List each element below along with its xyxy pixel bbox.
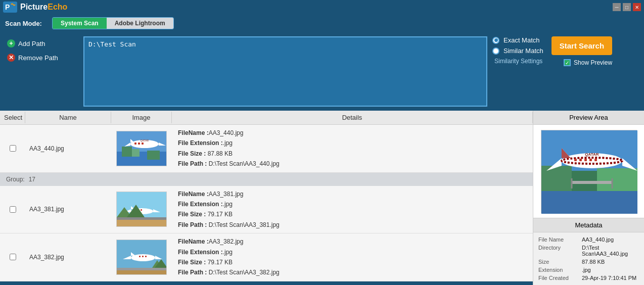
svg-rect-40 <box>541 166 572 191</box>
detail-filename-label: FileName : <box>178 129 209 136</box>
file-details-cell: FileName :AA3_381.jpg File Extension :.j… <box>172 186 533 233</box>
meta-extension-row: Extension .jpg <box>538 267 639 273</box>
file-image-cell <box>111 189 172 229</box>
preview-header: Preview Area <box>533 111 644 125</box>
app-title-highlight: Echo <box>48 3 67 11</box>
path-actions: + Add Path ✕ Remove Path <box>5 36 78 63</box>
match-options: Exact Match Similar Match Similarity Set… <box>492 36 543 65</box>
show-preview-area: ✓ Show Preview <box>564 59 612 66</box>
meta-size-key: Size <box>538 259 579 265</box>
svg-rect-23 <box>141 209 142 211</box>
search-options: Exact Match Similar Match Similarity Set… <box>492 36 639 66</box>
similar-match-radio[interactable] <box>492 48 499 55</box>
svg-rect-53 <box>579 159 582 161</box>
row-checkbox[interactable] <box>10 206 16 213</box>
title-bar: P PictureEcho ─ □ ✕ <box>0 0 644 14</box>
exact-match-radio[interactable] <box>492 37 499 44</box>
svg-rect-13 <box>142 142 144 145</box>
app-logo-icon: P <box>3 2 17 13</box>
svg-rect-43 <box>572 181 612 184</box>
svg-rect-55 <box>589 159 592 161</box>
file-thumbnail: QATAR <box>116 131 167 166</box>
meta-created-key: File Created <box>538 275 579 281</box>
file-thumbnail <box>116 240 167 275</box>
detail-filename-val: AA3_381.jpg <box>209 191 244 198</box>
detail-ext-label: File Extension : <box>178 249 223 256</box>
file-details-cell: FileName :AA3_440.jpg File Extension :.j… <box>172 125 533 172</box>
detail-path-label: File Path : <box>178 160 207 167</box>
svg-rect-17 <box>117 217 167 220</box>
remove-path-button[interactable]: ✕ Remove Path <box>5 53 78 63</box>
similar-match-label: Similar Match <box>503 47 543 55</box>
metadata-header: Metadata <box>533 218 644 232</box>
adobe-lightroom-button[interactable]: Adobe Lightroom <box>107 18 173 29</box>
main-area: Select Name Image Details AA3_440.jpg <box>0 111 644 285</box>
detail-ext-label: File Extension : <box>178 201 223 208</box>
svg-rect-34 <box>142 256 144 257</box>
row-select-cell <box>0 233 25 281</box>
svg-text:P: P <box>5 3 10 11</box>
meta-directory-row: Directory D:\Test Scan\AA3_440.jpg <box>538 245 639 257</box>
detail-filename-label: FileName : <box>178 238 209 245</box>
scan-mode-label: Scan Mode: <box>5 20 42 27</box>
table-body: AA3_440.jpg <box>0 125 533 285</box>
detail-ext-label: File Extension : <box>178 139 223 147</box>
svg-rect-33 <box>139 256 141 257</box>
svg-rect-54 <box>584 159 587 161</box>
similar-match-option: Similar Match <box>492 47 543 55</box>
detail-size-val: 87.88 KB <box>206 150 233 157</box>
start-search-button[interactable]: Start Search <box>551 36 612 55</box>
detail-path-label: File Path : <box>178 221 207 228</box>
preview-panel: Preview Area <box>533 111 644 285</box>
meta-filename-row: File Name AA3_440.jpg <box>538 236 639 243</box>
meta-directory-val: D:\Test Scan\AA3_440.jpg <box>582 245 639 257</box>
svg-rect-42 <box>597 168 637 191</box>
detail-path-label: File Path : <box>178 269 207 276</box>
detail-ext-val: .jpg <box>223 201 233 208</box>
detail-path-val: D:\Test Scan\AA3_440.jpg <box>207 160 279 167</box>
table-row: AA3_381.jpg <box>0 186 533 234</box>
scan-path-input[interactable]: D:\Test Scan <box>83 36 487 107</box>
detail-size-label: File Size : <box>178 259 206 266</box>
detail-filename-label: FileName : <box>178 191 209 198</box>
similarity-settings[interactable]: Similarity Settings <box>492 58 543 65</box>
row-checkbox[interactable] <box>10 254 16 260</box>
svg-rect-11 <box>134 142 136 145</box>
title-bar-controls: ─ □ ✕ <box>613 3 641 11</box>
row-checkbox[interactable] <box>10 145 16 152</box>
meta-directory-key: Directory <box>538 245 579 257</box>
meta-created-row: File Created 29-Apr-19 7:10:41 PM <box>538 275 639 281</box>
svg-rect-28 <box>117 268 167 270</box>
detail-size-val: 79.17 KB <box>206 259 233 266</box>
detail-path-val: D:\Test Scan\AA3_382.jpg <box>207 269 279 276</box>
preview-image-area: QATAR <box>533 125 644 218</box>
file-image-cell: QATAR <box>111 129 172 168</box>
meta-filename-key: File Name <box>538 236 579 243</box>
title-bar-left: P PictureEcho <box>3 2 67 13</box>
table-row: AA3_440.jpg <box>0 125 533 173</box>
th-select: Select <box>0 112 25 123</box>
add-path-button[interactable]: + Add Path <box>5 38 78 49</box>
exact-match-option: Exact Match <box>492 36 543 44</box>
detail-ext-val: .jpg <box>223 249 233 256</box>
close-button[interactable]: ✕ <box>633 3 641 11</box>
meta-size-row: Size 87.88 KB <box>538 259 639 265</box>
maximize-button[interactable]: □ <box>623 3 631 11</box>
svg-text:QATAR: QATAR <box>141 139 149 142</box>
group-label: Group: <box>6 176 25 183</box>
meta-extension-val: .jpg <box>582 267 591 273</box>
detail-path-val: D:\Test Scan\AA3_381.jpg <box>207 221 279 228</box>
preview-image: QATAR <box>541 130 637 213</box>
file-name-cell: AA3_381.jpg <box>25 204 111 215</box>
svg-rect-6 <box>147 151 160 160</box>
exact-match-label: Exact Match <box>503 36 540 44</box>
path-input-container: D:\Test Scan <box>83 36 487 107</box>
show-preview-label: Show Preview <box>574 59 612 66</box>
show-preview-checkbox[interactable]: ✓ <box>564 59 571 66</box>
file-list-panel: Select Name Image Details AA3_440.jpg <box>0 111 533 285</box>
group-row: Group: 17 <box>0 173 533 186</box>
detail-size-label: File Size : <box>178 150 206 157</box>
system-scan-button[interactable]: System Scan <box>53 18 107 29</box>
minimize-button[interactable]: ─ <box>613 3 621 11</box>
svg-rect-52 <box>574 159 577 161</box>
